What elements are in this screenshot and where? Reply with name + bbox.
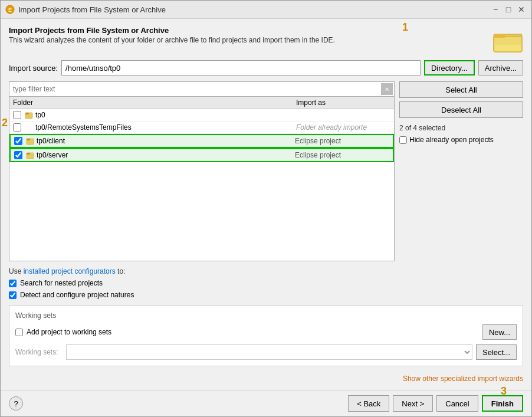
filter-clear-button[interactable]: ✕ bbox=[381, 83, 393, 95]
specialized-link[interactable]: Show other specialized import wizards bbox=[9, 375, 523, 383]
filter-input[interactable] bbox=[9, 84, 381, 94]
working-sets-group: Working sets Add project to working sets… bbox=[9, 305, 523, 366]
maximize-button[interactable]: □ bbox=[503, 4, 514, 15]
row-checkbox-tp0[interactable] bbox=[13, 111, 21, 119]
project-icon bbox=[26, 137, 34, 145]
working-sets-select[interactable] bbox=[66, 344, 472, 360]
row-import-server: Eclipse project bbox=[295, 151, 389, 159]
select-all-button[interactable]: Select All bbox=[399, 81, 523, 98]
new-working-set-button[interactable]: New... bbox=[482, 324, 517, 340]
working-sets-dropdown-label: Working sets: bbox=[15, 348, 63, 356]
table-body: tp0 tp0/RemoteSystemsTempFiles Folder al… bbox=[9, 109, 394, 162]
close-button[interactable]: ✕ bbox=[516, 4, 527, 15]
svg-rect-5 bbox=[495, 45, 521, 51]
minimize-button[interactable]: − bbox=[490, 4, 501, 15]
detect-natures-row: Detect and configure project natures bbox=[9, 291, 523, 299]
left-panel: ✕ Folder Import as bbox=[9, 81, 395, 261]
hide-open-label: Hide already open projects bbox=[409, 136, 494, 144]
table-row[interactable]: tp0/RemoteSystemsTempFiles Folder alread… bbox=[9, 122, 394, 134]
svg-rect-4 bbox=[494, 34, 505, 38]
working-sets-title: Working sets bbox=[15, 311, 517, 320]
window-controls: − □ ✕ bbox=[490, 4, 527, 15]
row-name-remote: tp0/RemoteSystemsTempFiles bbox=[35, 123, 296, 132]
next-button[interactable]: Next > bbox=[393, 395, 433, 412]
working-sets-dropdown-row: Working sets: Select... bbox=[15, 344, 517, 360]
row-import-client: Eclipse project bbox=[295, 137, 389, 145]
dialog-description: This wizard analyzes the content of your… bbox=[9, 36, 487, 44]
col-folder-header: Folder bbox=[13, 98, 296, 107]
search-nested-checkbox[interactable] bbox=[9, 280, 17, 287]
help-button[interactable]: ? bbox=[9, 396, 23, 411]
detect-natures-checkbox[interactable] bbox=[9, 291, 17, 299]
status-row: 2 of 4 selected bbox=[399, 124, 523, 132]
search-nested-row: Search for nested projects bbox=[9, 279, 523, 287]
row-name-server: tp0/server bbox=[37, 151, 295, 159]
row-name-client: tp0/client bbox=[37, 137, 295, 145]
options-section: Use installed project configurators to: … bbox=[9, 267, 523, 299]
add-to-working-sets-label: Add project to working sets bbox=[27, 328, 111, 336]
row-checkbox-server[interactable] bbox=[14, 151, 22, 159]
table-row[interactable]: tp0 bbox=[9, 109, 394, 122]
title-bar: E Import Projects from File System or Ar… bbox=[1, 1, 531, 19]
working-sets-add-row: Add project to working sets New... bbox=[15, 324, 517, 340]
col-importas-header: Import as bbox=[296, 98, 390, 107]
table-row[interactable]: tp0/client Eclipse project bbox=[9, 134, 394, 148]
svg-rect-7 bbox=[25, 113, 29, 114]
search-nested-label: Search for nested projects bbox=[20, 279, 103, 287]
detect-natures-label: Detect and configure project natures bbox=[20, 291, 134, 299]
window-icon: E bbox=[5, 5, 15, 14]
project-table: Folder Import as tp0 bbox=[9, 97, 395, 261]
table-header: Folder Import as bbox=[9, 97, 394, 109]
badge-2: 2 bbox=[2, 117, 8, 129]
badge-1: 1 bbox=[402, 21, 408, 34]
row-import-remote: Folder already importe bbox=[296, 123, 390, 132]
specialized-link-text[interactable]: Show other specialized import wizards bbox=[403, 375, 523, 383]
hide-open-row: Hide already open projects bbox=[399, 136, 523, 144]
hide-open-checkbox[interactable] bbox=[399, 136, 407, 144]
deselect-all-button[interactable]: Deselect All bbox=[399, 101, 523, 118]
bottom-bar: ? < Back Next > Cancel Finish 3 bbox=[1, 390, 531, 416]
right-panel: Select All Deselect All 2 of 4 selected … bbox=[399, 81, 523, 261]
add-to-working-sets-checkbox[interactable] bbox=[15, 329, 23, 336]
filter-row: ✕ bbox=[9, 81, 395, 97]
import-source-input[interactable] bbox=[61, 60, 421, 75]
import-source-row: Import source: Directory... Archive... bbox=[9, 60, 523, 75]
window-title: Import Projects from File System or Arch… bbox=[18, 5, 166, 14]
select-working-sets-button[interactable]: Select... bbox=[476, 344, 517, 360]
folder-icon bbox=[492, 26, 523, 54]
main-window: E Import Projects from File System or Ar… bbox=[0, 0, 532, 417]
project-icon bbox=[25, 111, 33, 119]
row-name-tp0: tp0 bbox=[35, 111, 296, 119]
dialog-title: Import Projects from File System or Arch… bbox=[9, 26, 487, 35]
svg-rect-11 bbox=[27, 153, 30, 155]
row-checkbox-client[interactable] bbox=[14, 137, 22, 145]
back-button[interactable]: < Back bbox=[348, 395, 389, 412]
directory-button[interactable]: Directory... bbox=[424, 60, 475, 75]
status-text: 2 of 4 selected bbox=[399, 124, 445, 132]
svg-rect-9 bbox=[27, 139, 30, 140]
finish-button[interactable]: Finish bbox=[482, 395, 523, 412]
project-icon bbox=[26, 151, 34, 159]
configurators-link[interactable]: installed project configurators bbox=[24, 267, 116, 275]
svg-text:E: E bbox=[8, 7, 12, 13]
options-use-line: Use installed project configurators to: bbox=[9, 267, 523, 275]
import-source-label: Import source: bbox=[9, 64, 58, 73]
cancel-button[interactable]: Cancel bbox=[436, 395, 478, 412]
table-row[interactable]: tp0/server Eclipse project bbox=[9, 148, 394, 162]
archive-button[interactable]: Archive... bbox=[478, 60, 523, 75]
row-checkbox-remote[interactable] bbox=[13, 123, 21, 132]
